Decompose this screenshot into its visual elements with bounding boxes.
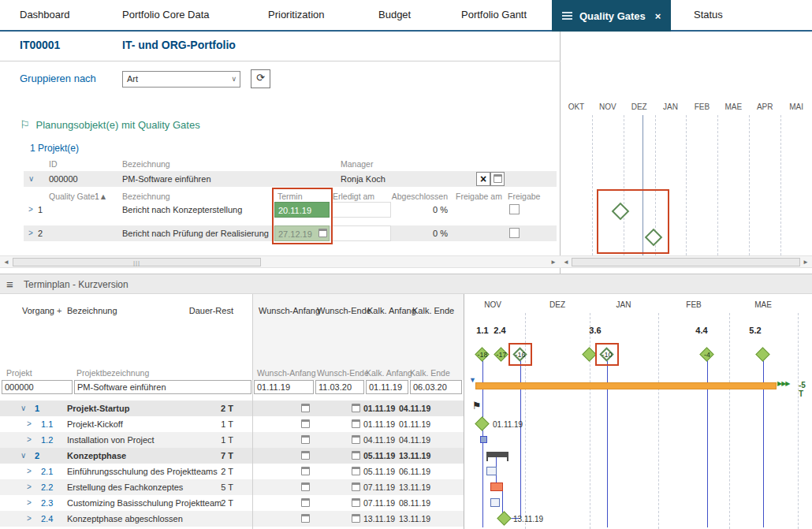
task-bar-critical[interactable] (490, 482, 503, 491)
expand-icon[interactable]: > (27, 495, 32, 511)
quality-gate-diamond[interactable] (755, 347, 769, 361)
sort-indicator[interactable]: 1▲ (95, 192, 107, 201)
kalk-anfang-cell[interactable]: 01.11.19 (366, 380, 408, 394)
scroll-right-icon[interactable]: ► (803, 259, 809, 266)
calendar-icon[interactable] (301, 467, 310, 475)
gate-erledigt-cell[interactable] (331, 225, 391, 241)
col-wunsch-ende[interactable]: Wunsch-Ende (317, 306, 371, 315)
task-row[interactable]: > 2.4 Konzeptphase abgeschlossen 13.11.1… (0, 511, 464, 527)
col-quality-gate[interactable]: Quality Gate (49, 192, 95, 201)
tab-status[interactable]: Status (694, 0, 723, 30)
calendar-icon[interactable] (352, 435, 360, 444)
kalk-ende-cell[interactable]: 06.03.20 (410, 380, 462, 394)
calendar-icon[interactable] (352, 451, 360, 460)
calendar-icon[interactable] (301, 404, 310, 412)
scroll-left-icon[interactable]: ◄ (3, 259, 9, 266)
calendar-icon[interactable] (352, 419, 360, 428)
expand-icon[interactable]: > (27, 432, 32, 448)
right-h-scrollbar[interactable]: ◄ ► (561, 255, 812, 268)
milestone-diamond[interactable] (475, 416, 489, 430)
task-row[interactable]: > 2.2 Erstellung des Fachkonzeptes 5 T 0… (0, 479, 464, 495)
wunsch-ende-cell[interactable]: 11.03.20 (315, 380, 364, 394)
col-id[interactable]: ID (49, 159, 58, 169)
expand-icon[interactable]: > (28, 202, 33, 218)
calendar-icon[interactable] (301, 514, 310, 523)
calendar-icon[interactable] (301, 451, 310, 460)
task-row[interactable]: > 2.1 Einführungsschulung des Projekttea… (0, 464, 464, 479)
task-row[interactable]: ∨ 2 Konzeptphase 7 T 05.11.19 13.11.19 (0, 448, 464, 464)
collapse-icon[interactable]: ∨ (20, 400, 26, 416)
col-kalk-anfang[interactable]: Kalk. Anfang (367, 306, 416, 315)
expand-icon[interactable]: > (27, 479, 32, 495)
expand-icon[interactable]: > (28, 225, 33, 241)
project-name-cell[interactable]: PM-Software einführen (74, 380, 251, 394)
calendar-icon[interactable] (301, 482, 310, 491)
expand-icon[interactable]: > (27, 416, 32, 432)
calendar-icon[interactable] (352, 467, 360, 475)
col-wunsch-anfang[interactable]: Wunsch-Anfang (259, 306, 320, 315)
task-row[interactable]: > 2.3 Customizing Basisschulung Projektt… (0, 495, 464, 511)
calendar-button[interactable] (490, 172, 505, 186)
task-row[interactable]: ∨ 1 Projekt-Startup 2 T 01.11.19 04.11.1… (0, 400, 464, 416)
col-termin[interactable]: Termin (277, 192, 303, 201)
col-dauer-rest[interactable]: Dauer-Rest (181, 306, 233, 315)
gate-row[interactable]: > 2 Bericht nach Prüfung der Realisierun… (24, 225, 557, 241)
col-bezeichnung[interactable]: Bezeichnung (67, 306, 117, 315)
gate-row[interactable]: > 1 Bericht nach Konzepterstellung 20.11… (24, 202, 557, 218)
tab-portfolio-core-data[interactable]: Portfolio Core Data (122, 0, 210, 30)
calendar-icon[interactable] (352, 498, 360, 507)
tab-portfolio-gantt[interactable]: Portfolio Gantt (461, 0, 527, 30)
tab-quality-gates[interactable]: Quality Gates × (552, 0, 671, 32)
task-row[interactable]: > 1.2 Installation von Project 1 T 04.11… (0, 432, 464, 448)
calendar-icon[interactable] (301, 435, 310, 444)
task-row[interactable]: > 1.1 Projekt-Kickoff 1 T 01.11.19 01.11… (0, 416, 464, 432)
quality-gate-diamond[interactable] (645, 229, 663, 247)
task-bar[interactable] (480, 436, 487, 443)
scroll-right-icon[interactable]: ► (550, 259, 557, 266)
col-vorgang[interactable]: Vorgang (22, 306, 54, 315)
col-abgeschlossen[interactable]: Abgeschlossen (390, 192, 448, 201)
col-kalk-ende[interactable]: Kalk. Ende (412, 306, 454, 315)
expand-all-button[interactable]: + (57, 306, 61, 315)
col-manager[interactable]: Manager (341, 159, 373, 169)
expand-icon[interactable]: > (27, 511, 32, 527)
tab-menu-icon[interactable] (562, 12, 572, 20)
milestone-diamond[interactable] (497, 511, 511, 525)
delete-button[interactable]: × (476, 172, 490, 186)
gate-termin-cell[interactable]: 27.12.19 (274, 225, 330, 241)
tab-prioritization[interactable]: Prioritization (268, 0, 325, 30)
gate-freigabe-checkbox[interactable] (509, 204, 520, 214)
group-by-select[interactable]: Art ∨ (122, 71, 240, 88)
task-bar[interactable] (490, 498, 500, 507)
task-bar[interactable] (486, 467, 497, 475)
calendar-icon[interactable] (352, 482, 360, 491)
project-row[interactable]: ∨ 000000 PM-Software einführen Ronja Koc… (24, 171, 557, 187)
col-freigabe[interactable]: Freigabe (508, 192, 540, 201)
summary-bar[interactable] (486, 452, 508, 457)
quality-gate-diamond[interactable] (582, 347, 596, 361)
tab-dashboard[interactable]: Dashboard (20, 0, 70, 30)
col-gate-bezeichnung[interactable]: Bezeichnung (122, 192, 170, 201)
scroll-left-icon[interactable]: ◄ (563, 259, 569, 266)
expand-icon[interactable]: > (27, 464, 32, 479)
close-tab-icon[interactable]: × (655, 10, 661, 22)
project-summary-bar[interactable] (475, 382, 777, 389)
calendar-icon[interactable] (301, 498, 310, 507)
project-id-cell[interactable]: 000000 (2, 380, 73, 394)
col-freigabe-am[interactable]: Freigabe am (456, 192, 502, 201)
terminplan-menu-icon[interactable]: ≡ (6, 278, 13, 291)
gate-erledigt-cell[interactable] (331, 202, 391, 218)
gate-termin-cell[interactable]: 20.11.19 (274, 202, 330, 218)
gate-freigabe-checkbox[interactable] (509, 228, 520, 238)
quality-gate-diamond[interactable] (612, 203, 630, 221)
left-h-scrollbar[interactable]: ◄ ||| ► (0, 255, 561, 268)
refresh-button[interactable]: ⟳ (251, 69, 270, 88)
collapse-icon[interactable]: ∨ (20, 448, 26, 464)
calendar-icon[interactable] (352, 404, 360, 412)
tab-budget[interactable]: Budget (378, 0, 411, 30)
collapse-icon[interactable]: ∨ (28, 171, 34, 187)
col-bezeichnung[interactable]: Bezeichnung (122, 159, 170, 169)
scrollbar-thumb[interactable]: ||| (13, 258, 261, 266)
calendar-icon[interactable] (318, 229, 327, 237)
wunsch-anfang-cell[interactable]: 01.11.19 (254, 380, 314, 394)
